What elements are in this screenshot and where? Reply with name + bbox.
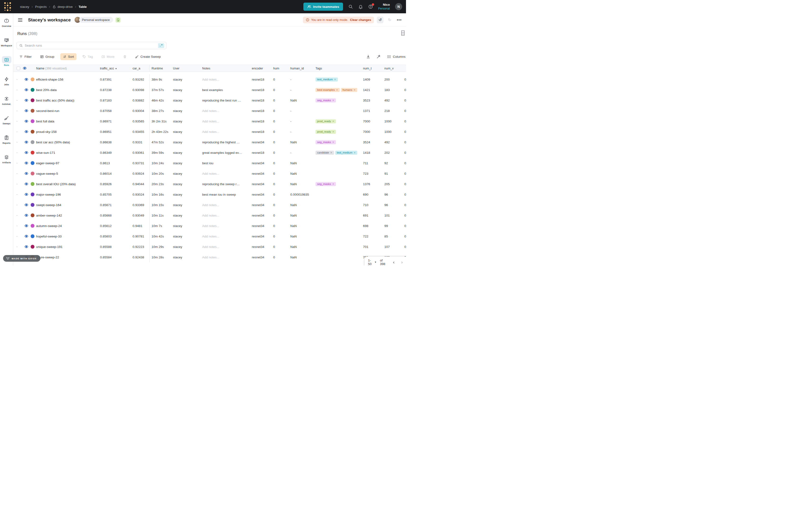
visibility-eye-icon[interactable] <box>25 182 28 186</box>
run-name[interactable]: amber-sweep-142 <box>36 214 100 217</box>
report-sparkle-button[interactable] <box>115 17 121 23</box>
drag-handle[interactable] <box>17 184 17 184</box>
table-row[interactable]: major-sweep-1960.857050.9302410m 16sstac… <box>13 189 406 200</box>
header-human-id[interactable]: human_id <box>290 67 316 70</box>
search-icon[interactable] <box>348 4 353 9</box>
table-row[interactable]: second-best-run0.870580.9300438m 27sstac… <box>13 105 406 116</box>
download-icon[interactable] <box>366 55 371 59</box>
visibility-eye-icon[interactable] <box>25 161 28 165</box>
notes-cell[interactable]: reproducing the highest … <box>202 141 252 144</box>
notes-cell[interactable]: Add notes... <box>202 130 252 133</box>
tag-remove-icon[interactable]: ✕ <box>334 78 336 81</box>
run-name[interactable]: unique-sweep-191 <box>36 245 100 249</box>
sidebar-item-sweeps[interactable]: Sweeps <box>0 115 13 134</box>
header-name[interactable]: Name (398 visualized) <box>36 67 100 70</box>
tag-remove-icon[interactable]: ✕ <box>336 88 338 91</box>
sort-button[interactable]: Sort <box>60 53 77 60</box>
run-name[interactable]: proud-sky-158 <box>36 130 100 133</box>
run-name[interactable]: azure-sweep-22 <box>36 256 100 259</box>
tag-chip[interactable]: prod_ready✕ <box>316 119 336 123</box>
run-name[interactable]: wise-sun-171 <box>36 151 100 155</box>
visibility-eye-icon[interactable] <box>25 234 28 238</box>
header-encoder[interactable]: encoder <box>252 67 273 70</box>
table-row[interactable]: best car acc (50% data)0.866380.933147m … <box>13 137 406 147</box>
visibility-eye-icon[interactable] <box>25 109 28 113</box>
workspace-badge[interactable]: Personal workspace <box>79 17 113 23</box>
visibility-eye-icon[interactable] <box>25 98 28 102</box>
drag-handle[interactable] <box>17 246 17 247</box>
visibility-eye-icon[interactable] <box>25 245 28 249</box>
page-range-selector[interactable]: 1-50 ▼ <box>368 259 377 266</box>
run-name[interactable]: best 20% data <box>36 88 100 92</box>
run-name[interactable]: best car acc (50% data) <box>36 141 100 144</box>
header-num-t[interactable]: num_t <box>363 67 385 70</box>
breadcrumb-page[interactable]: Table <box>78 5 87 9</box>
drag-handle[interactable] <box>17 236 17 237</box>
delete-button[interactable] <box>120 53 129 60</box>
table-row[interactable]: vague-sweep-50.860140.9392410m 20sstacey… <box>13 168 406 179</box>
sidebar-item-reports[interactable]: Reports <box>0 134 13 154</box>
drag-handle[interactable] <box>17 142 17 143</box>
run-name[interactable]: best traffic acc (50% data)) <box>36 99 100 102</box>
table-row[interactable]: swept-sweep-1640.856710.9336910m 15sstac… <box>13 200 406 210</box>
tag-remove-icon[interactable]: ✕ <box>332 130 334 133</box>
table-row[interactable]: autumn-sweep-240.856120.948110m 7sstacey… <box>13 220 406 231</box>
table-row[interactable]: best 20% data0.872380.9309837m 57sstacey… <box>13 85 406 95</box>
sidebar-item-overview[interactable]: Overview <box>0 17 13 37</box>
menu-icon[interactable] <box>18 18 22 21</box>
visibility-eye-icon[interactable] <box>25 140 28 144</box>
tag-chip[interactable]: test_medium✕ <box>316 77 338 82</box>
notes-cell[interactable]: Add notes... <box>202 224 252 228</box>
sidebar-item-jobs[interactable]: Jobs <box>0 75 13 95</box>
drag-handle[interactable] <box>17 226 17 226</box>
move-button[interactable]: Move <box>99 53 117 60</box>
drag-handle[interactable] <box>17 121 17 122</box>
notes-cell[interactable]: Add notes... <box>202 214 252 217</box>
visibility-eye-icon[interactable] <box>25 151 28 155</box>
tag-chip[interactable]: candidate✕ <box>316 151 334 155</box>
tag-remove-icon[interactable]: ✕ <box>354 151 356 154</box>
notes-cell[interactable]: Add notes... <box>202 245 252 249</box>
drag-handle[interactable] <box>17 90 17 90</box>
magic-wand-icon[interactable] <box>377 55 381 59</box>
header-num-v[interactable]: num_v <box>385 67 404 70</box>
run-name[interactable]: eager-sweep-97 <box>36 161 100 165</box>
drag-handle[interactable] <box>17 100 17 101</box>
table-row[interactable]: azure-sweep-220.855840.9243810m 28sstace… <box>13 252 406 262</box>
next-page-button[interactable]: › <box>401 260 403 265</box>
bell-icon[interactable] <box>358 4 363 9</box>
prev-page-button[interactable]: ‹ <box>393 260 394 265</box>
visibility-eye-icon[interactable] <box>25 119 28 123</box>
visibility-eye-icon[interactable] <box>25 172 28 175</box>
notes-cell[interactable]: best examples <box>202 88 252 92</box>
header-runtime[interactable]: Runtime <box>151 67 173 70</box>
user-meta[interactable]: Nico Personal <box>378 3 390 11</box>
row-height-icon[interactable] <box>401 30 405 35</box>
visibility-eye-icon[interactable] <box>25 192 28 196</box>
create-sweep-button[interactable]: Create Sweep <box>133 53 163 60</box>
notes-cell[interactable]: Add notes... <box>202 256 252 259</box>
notes-cell[interactable]: Add notes... <box>202 119 252 123</box>
drag-handle[interactable] <box>17 152 17 153</box>
table-row[interactable]: best full data0.869710.935653h 2m 31ssta… <box>13 116 406 127</box>
undo-button[interactable]: ↺ <box>377 17 383 23</box>
notes-cell[interactable]: Add notes... <box>202 109 252 113</box>
table-row[interactable]: eager-sweep-970.86130.9373110m 24sstacey… <box>13 158 406 168</box>
tag-remove-icon[interactable]: ✕ <box>332 99 334 102</box>
regex-toggle-button[interactable]: .* <box>158 43 164 48</box>
notes-cell[interactable]: Add notes... <box>202 172 252 175</box>
notes-cell[interactable]: Add notes... <box>202 203 252 207</box>
sidebar-item-workspace[interactable]: Workspace <box>0 37 13 56</box>
drag-handle[interactable] <box>17 163 17 163</box>
tag-button[interactable]: Tag <box>80 53 96 60</box>
select-all-checkbox[interactable] <box>17 67 20 70</box>
run-name[interactable]: best full data <box>36 119 100 123</box>
table-row[interactable]: unique-sweep-1910.855880.9222310m 29ssta… <box>13 242 406 252</box>
columns-button[interactable]: Columns <box>387 55 406 59</box>
filter-button[interactable]: Filter <box>17 53 34 60</box>
sidebar-item-automations[interactable]: Automat. <box>0 95 13 115</box>
tag-chip[interactable]: humans✕ <box>341 88 357 92</box>
notes-cell[interactable]: reproducing the sweep r… <box>202 182 252 186</box>
drag-handle[interactable] <box>17 194 17 195</box>
run-name[interactable]: hopeful-sweep-33 <box>36 234 100 238</box>
